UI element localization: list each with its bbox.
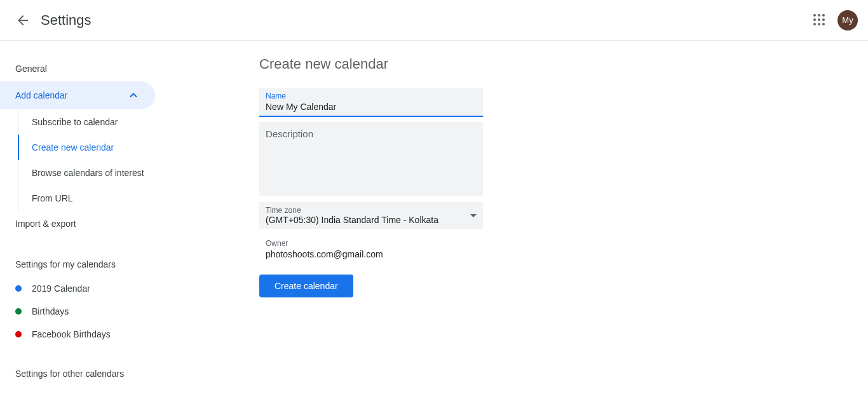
- calendar-label: Birthdays: [32, 306, 69, 316]
- chevron-up-icon: [127, 89, 140, 102]
- create-calendar-button[interactable]: Create calendar: [259, 275, 353, 297]
- calendar-label: Facebook Birthdays: [32, 329, 111, 339]
- calendar-item[interactable]: Birthdays: [0, 300, 165, 323]
- apps-icon[interactable]: [812, 13, 827, 28]
- sidebar-item-browse[interactable]: Browse calendars of interest: [18, 160, 165, 186]
- timezone-label: Time zone: [266, 206, 470, 215]
- sidebar-item-create-new[interactable]: Create new calendar: [18, 135, 165, 160]
- other-calendars-header: Settings for other calendars: [0, 361, 165, 386]
- description-label: Description: [266, 128, 477, 139]
- calendar-color-icon: [15, 285, 22, 292]
- name-field-group[interactable]: Name: [259, 88, 483, 117]
- avatar[interactable]: My: [837, 10, 858, 31]
- my-calendars-header: Settings for my calendars: [0, 252, 165, 277]
- page-title: Settings: [41, 12, 92, 29]
- owner-value: photoshoots.com@gmail.com: [266, 249, 862, 259]
- header-left: Settings: [15, 12, 92, 29]
- timezone-value: (GMT+05:30) India Standard Time - Kolkat…: [266, 215, 470, 225]
- back-arrow-icon[interactable]: [15, 13, 31, 28]
- name-label: Name: [266, 92, 477, 100]
- calendar-item[interactable]: Facebook Birthdays: [0, 323, 165, 346]
- dropdown-arrow-icon: [470, 214, 477, 217]
- timezone-content: Time zone (GMT+05:30) India Standard Tim…: [266, 206, 470, 225]
- sidebar: General Add calendar Subscribe to calend…: [0, 41, 165, 386]
- timezone-select[interactable]: Time zone (GMT+05:30) India Standard Tim…: [259, 202, 483, 229]
- name-input[interactable]: [266, 100, 477, 113]
- sidebar-item-subscribe[interactable]: Subscribe to calendar: [18, 109, 165, 135]
- content: General Add calendar Subscribe to calend…: [0, 41, 868, 386]
- main-content: Create new calendar Name Description Tim…: [165, 41, 868, 386]
- owner-label: Owner: [266, 239, 862, 248]
- sidebar-item-general[interactable]: General: [0, 56, 165, 81]
- main-title: Create new calendar: [259, 56, 868, 72]
- calendar-item[interactable]: 2019 Calendar: [0, 277, 165, 300]
- calendar-label: 2019 Calendar: [32, 283, 90, 294]
- sidebar-item-add-calendar[interactable]: Add calendar: [0, 81, 155, 109]
- owner-group: Owner photoshoots.com@gmail.com: [259, 239, 868, 259]
- sidebar-item-label: Add calendar: [15, 90, 68, 100]
- description-field-group[interactable]: Description: [259, 122, 483, 196]
- header-right: My: [812, 10, 858, 31]
- sidebar-item-import-export[interactable]: Import & export: [0, 211, 165, 236]
- header: Settings My: [0, 0, 868, 41]
- calendar-color-icon: [15, 331, 22, 337]
- calendar-color-icon: [15, 308, 22, 315]
- sidebar-sub-items: Subscribe to calendar Create new calenda…: [18, 109, 165, 211]
- sidebar-item-from-url[interactable]: From URL: [18, 186, 165, 211]
